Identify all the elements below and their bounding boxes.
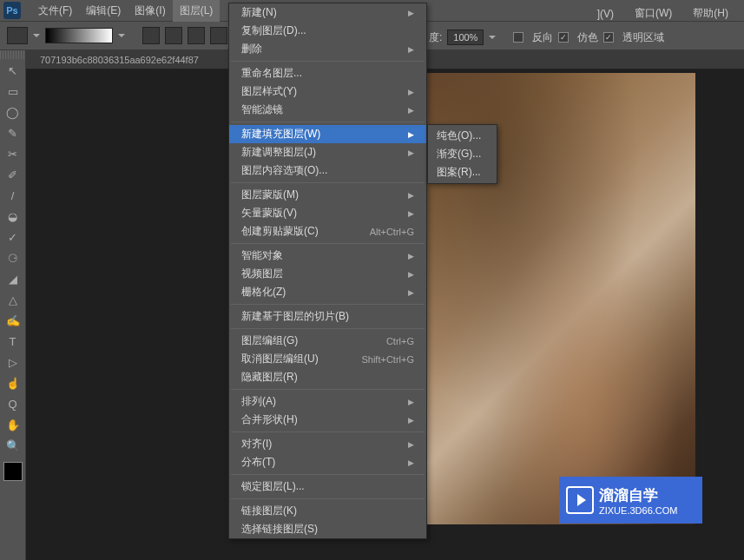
tool-7[interactable]: ◒	[3, 207, 23, 226]
layer-dropdown: 新建(N)▶复制图层(D)...删除▶重命名图层...图层样式(Y)▶智能滤镜▶…	[228, 3, 427, 539]
document-title: 707193b6c88036315aa692e62f44f87	[40, 55, 199, 65]
chevron-right-icon: ▶	[408, 398, 414, 406]
tool-12[interactable]: ✍	[3, 311, 23, 330]
chevron-right-icon: ▶	[408, 209, 414, 218]
menu-item[interactable]: 合并形状(H)▶	[229, 411, 426, 429]
gradient-angle-icon[interactable]	[188, 27, 205, 44]
chevron-down-icon[interactable]	[118, 34, 125, 37]
menu-help[interactable]: 帮助(H)	[686, 3, 735, 24]
menu-item[interactable]: 选择链接图层(S)	[229, 520, 426, 538]
menu-window[interactable]: 窗口(W)	[628, 3, 679, 24]
dither-checkbox[interactable]	[558, 32, 569, 43]
tool-3[interactable]: ✎	[3, 123, 23, 142]
menu-item[interactable]: 新建基于图层的切片(B)	[229, 307, 426, 326]
menu-item[interactable]: 图层样式(Y)▶	[229, 82, 426, 101]
gradient-preview[interactable]	[45, 28, 113, 43]
tool-15[interactable]: ☝	[3, 373, 23, 392]
tool-18[interactable]: 🔍	[3, 436, 23, 455]
tool-9[interactable]: ⚆	[3, 248, 23, 267]
menu-item[interactable]: 删除▶	[229, 40, 426, 58]
menu-item[interactable]: 复制图层(D)...	[229, 22, 426, 40]
chevron-right-icon: ▶	[408, 9, 414, 17]
menu-item[interactable]: 锁定图层(L)...	[229, 478, 426, 496]
chevron-down-icon[interactable]	[33, 34, 40, 37]
menu-item[interactable]: 智能滤镜▶	[229, 101, 426, 119]
menu-item[interactable]: 视频图层▶	[229, 265, 426, 283]
menu-item[interactable]: 新建调整图层(J)▶	[229, 143, 426, 161]
chevron-right-icon: ▶	[408, 440, 414, 449]
tool-5[interactable]: ✐	[3, 165, 23, 184]
menu-item[interactable]: 排列(A)▶	[229, 392, 426, 411]
tool-11[interactable]: △	[3, 290, 23, 309]
chevron-right-icon: ▶	[408, 106, 414, 115]
chevron-right-icon: ▶	[408, 45, 414, 54]
gradient-linear-icon[interactable]	[142, 27, 160, 44]
color-swatch[interactable]	[3, 462, 23, 481]
menu-item[interactable]: 重命名图层...	[229, 64, 426, 82]
chevron-right-icon: ▶	[408, 458, 414, 467]
opacity-input[interactable]	[447, 30, 484, 45]
watermark-title: 溜溜自学	[599, 485, 677, 505]
menu-item[interactable]: 分布(T)▶	[229, 453, 426, 471]
chevron-right-icon: ▶	[408, 416, 414, 425]
menu-item[interactable]: 新建填充图层(W)▶	[229, 125, 426, 143]
panel-grip-icon[interactable]	[0, 50, 25, 59]
menu-item[interactable]: 图层编组(G)Ctrl+G	[229, 332, 426, 350]
play-icon	[566, 486, 594, 514]
chevron-right-icon: ▶	[408, 148, 414, 157]
chevron-right-icon: ▶	[408, 288, 414, 297]
menu-item[interactable]: 对齐(I)▶	[229, 435, 426, 453]
chevron-right-icon: ▶	[408, 130, 414, 139]
chevron-right-icon: ▶	[408, 191, 414, 200]
watermark: 溜溜自学 ZIXUE.3D66.COM	[559, 477, 702, 524]
menu-file[interactable]: 文件(F)	[31, 0, 79, 22]
menu-view[interactable]: ](V)	[590, 4, 621, 23]
menu-item[interactable]: 智能对象▶	[229, 247, 426, 265]
menu-item[interactable]: 栅格化(Z)▶	[229, 283, 426, 301]
menu-layer[interactable]: 图层(L)	[173, 0, 221, 22]
tool-2[interactable]: ◯	[3, 102, 23, 122]
menu-item[interactable]: 矢量蒙版(V)▶	[229, 204, 426, 222]
chevron-right-icon: ▶	[408, 252, 414, 260]
gradient-reflected-icon[interactable]	[210, 27, 227, 44]
tool-16[interactable]: Q	[3, 394, 23, 413]
tool-13[interactable]: T	[3, 332, 23, 351]
tool-10[interactable]: ◢	[3, 269, 23, 288]
inverse-label: 反向	[532, 30, 553, 45]
submenu-item[interactable]: 图案(R)...	[428, 163, 497, 181]
submenu-item[interactable]: 渐变(G)...	[428, 145, 497, 163]
tool-8[interactable]: ✓	[3, 227, 23, 247]
menu-edit[interactable]: 编辑(E)	[79, 0, 128, 22]
tool-panel: ↖▭◯✎✂✐/◒✓⚆◢△✍T▷☝Q✋🔍	[0, 50, 26, 560]
tool-14[interactable]: ▷	[3, 352, 23, 372]
tool-1[interactable]: ▭	[3, 82, 23, 101]
watermark-url: ZIXUE.3D66.COM	[599, 505, 677, 516]
menu-item[interactable]: 新建(N)▶	[229, 3, 426, 22]
menu-item[interactable]: 图层内容选项(O)...	[229, 161, 426, 180]
chevron-down-icon[interactable]	[489, 36, 496, 39]
fill-layer-submenu: 纯色(O)...渐变(G)...图案(R)...	[427, 124, 497, 184]
inverse-checkbox[interactable]	[513, 32, 523, 43]
transparent-checkbox[interactable]	[603, 32, 614, 43]
dither-label: 仿色	[577, 30, 598, 45]
transparent-label: 透明区域	[622, 30, 664, 45]
tool-6[interactable]: /	[3, 186, 23, 205]
chevron-right-icon: ▶	[408, 270, 414, 279]
chevron-right-icon: ▶	[408, 88, 414, 96]
app-logo: Ps	[3, 2, 21, 19]
menu-item[interactable]: 隐藏图层(R)	[229, 368, 426, 386]
menu-item[interactable]: 创建剪贴蒙版(C)Alt+Ctrl+G	[229, 222, 426, 240]
gradient-radial-icon[interactable]	[165, 27, 182, 44]
tool-17[interactable]: ✋	[3, 415, 23, 434]
menu-item[interactable]: 图层蒙版(M)▶	[229, 186, 426, 204]
menu-item[interactable]: 取消图层编组(U)Shift+Ctrl+G	[229, 350, 426, 368]
tool-4[interactable]: ✂	[3, 144, 23, 163]
opacity-label: 度:	[429, 30, 442, 45]
menu-item[interactable]: 链接图层(K)	[229, 502, 426, 520]
tool-preset-icon[interactable]	[7, 27, 28, 44]
menu-image[interactable]: 图像(I)	[128, 0, 172, 22]
submenu-item[interactable]: 纯色(O)...	[428, 127, 497, 145]
tool-0[interactable]: ↖	[3, 61, 23, 80]
